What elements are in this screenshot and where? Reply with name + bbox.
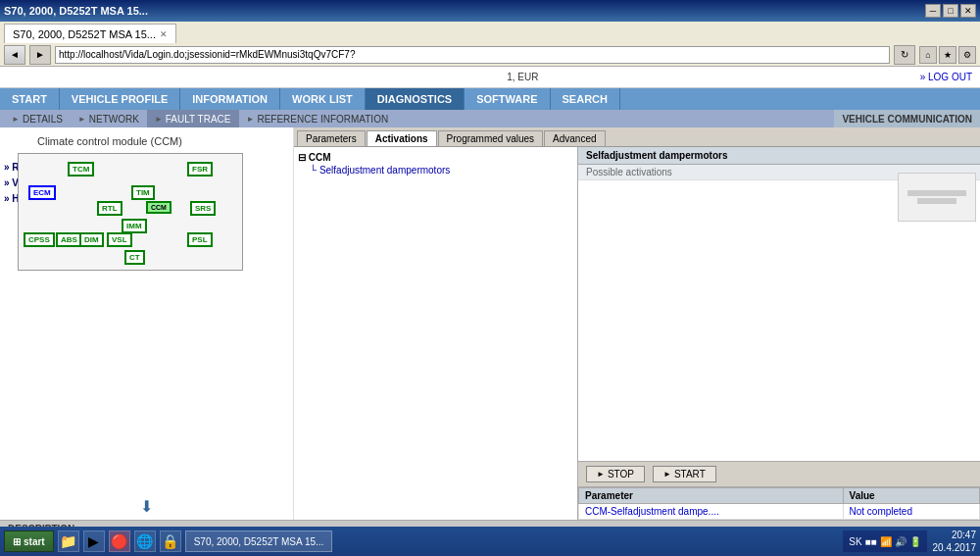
tab-programmed-values[interactable]: Programmed values [438, 130, 543, 146]
tree-child-selfadjustment: └ Selfadjustment dampermotors [298, 164, 573, 177]
scroll-down-icon[interactable]: ⬇ [140, 497, 153, 516]
footer-btn-stop[interactable]: ►STOP [586, 466, 645, 482]
tray-network: 📶 [880, 536, 892, 547]
sub-nav-label: DETAILS [23, 114, 63, 125]
taskbar-left: ⊞ start 📁 ▶ 🔴 🌐 🔒 S70, 2000, D5252T MSA … [4, 531, 332, 552]
module-box-psl[interactable]: PSL [187, 232, 213, 247]
footer-btn-start[interactable]: ►START [653, 466, 716, 482]
address-input[interactable] [55, 46, 890, 64]
tree-item-selfadjustment[interactable]: └ Selfadjustment dampermotors [310, 164, 573, 177]
tray-language: SK ■■ [849, 536, 876, 547]
diagram-area: Climate control module (CCM) TCMFSRECMTI… [0, 127, 294, 520]
main-navigation: STARTVEHICLE PROFILEINFORMATIONWORK LIST… [0, 88, 980, 110]
taskbar-icon-opera[interactable]: 🔴 [109, 531, 130, 552]
module-box-ecm[interactable]: ECM [28, 185, 56, 200]
module-box-fsr[interactable]: FSR [187, 162, 213, 177]
footer-btn-arrow-icon: ► [663, 470, 671, 479]
start-label: start [24, 536, 45, 547]
activation-footer: ►STOP►START Parameter Value CCM-Selfadju… [578, 461, 980, 520]
nav-item-diagnostics[interactable]: DIAGNOSTICS [366, 88, 464, 110]
sub-nav-arrow-icon: ► [247, 115, 255, 124]
maximize-button[interactable]: □ [943, 4, 958, 18]
nav-item-information[interactable]: INFORMATION [180, 88, 279, 110]
module-box-rtl[interactable]: RTL [97, 201, 122, 216]
detail-header: Selfadjustment dampermotors [578, 147, 980, 165]
detail-content [578, 180, 980, 461]
app-container: 1, EUR » LOG OUT » REPORT ERRORS » VEHIC… [0, 67, 980, 537]
taskbar-icon-browser[interactable]: 🌐 [134, 531, 156, 552]
module-box-vsl[interactable]: VSL [107, 232, 132, 247]
footer-buttons: ►STOP►START [578, 462, 980, 487]
browser-nav-icons: ⌂ ★ ⚙ [919, 46, 976, 64]
module-box-ct[interactable]: CT [124, 250, 145, 265]
nav-item-software[interactable]: SOFTWARE [465, 88, 549, 110]
browser-tab[interactable]: S70, 2000, D5252T MSA 15... ✕ [4, 24, 176, 43]
thumbnail-line-1 [907, 190, 966, 196]
taskbar-icon-folder[interactable]: 📁 [58, 531, 79, 552]
window-controls: ─ □ ✕ [925, 4, 976, 18]
taskbar-active-window[interactable]: S70, 2000, D5252T MSA 15... [185, 531, 333, 552]
tab-advanced[interactable]: Advanced [544, 130, 605, 146]
footer-btn-arrow-icon: ► [597, 470, 605, 479]
tab-close-icon[interactable]: ✕ [160, 29, 168, 39]
col-value: Value [843, 488, 979, 504]
clock-time: 20:47 [933, 529, 977, 541]
home-icon[interactable]: ⌂ [919, 46, 937, 64]
refresh-button[interactable]: ↻ [894, 45, 915, 65]
tools-icon[interactable]: ⚙ [958, 46, 976, 64]
module-box-tim[interactable]: TIM [131, 185, 155, 200]
thumbnail-area [898, 173, 976, 222]
sub-nav-item-reference-info[interactable]: ► REFERENCE INFORMATION [239, 110, 397, 127]
sub-nav-label: REFERENCE INFORMATION [257, 114, 388, 125]
nav-separator [619, 88, 620, 110]
nav-item-work-list[interactable]: WORK LIST [280, 88, 365, 110]
sub-nav-item-details[interactable]: ► DETAILS [4, 110, 71, 127]
results-table: Parameter Value CCM-Selfadjustment dampe… [578, 487, 980, 520]
taskbar-icon-lock[interactable]: 🔒 [160, 531, 181, 552]
bottom-pane: ⊟ CCM └ Selfadjustment dampermotors Self… [294, 147, 980, 520]
thumbnail-line-2 [917, 198, 956, 204]
logout-button[interactable]: » LOG OUT [920, 72, 972, 82]
browser-chrome: S70, 2000, D5252T MSA 15... ─ □ ✕ S70, 2… [0, 0, 980, 67]
clock-date: 20.4.2017 [933, 541, 977, 554]
nav-item-start[interactable]: START [0, 88, 59, 110]
start-button[interactable]: ⊞ start [4, 531, 54, 552]
tray-volume: 🔊 [895, 536, 906, 547]
diagram-title: Climate control module (CCM) [37, 135, 285, 147]
tab-bar: S70, 2000, D5252T MSA 15... ✕ [0, 22, 980, 43]
module-box-cpss[interactable]: CPSS [24, 232, 55, 247]
sub-nav-item-network[interactable]: ► NETWORK [71, 110, 147, 127]
nav-item-search[interactable]: SEARCH [551, 88, 619, 110]
back-button[interactable]: ◄ [4, 45, 25, 65]
module-box-srs[interactable]: SRS [190, 201, 216, 216]
cell-parameter: CCM-Selfadjustment dampe.... [579, 504, 844, 520]
cell-value: Not completed [843, 504, 979, 520]
content-area: Climate control module (CCM) TCMFSRECMTI… [0, 127, 980, 520]
module-box-ccm[interactable]: CCM [146, 201, 172, 214]
footer-btn-label: STOP [608, 469, 634, 480]
favorites-icon[interactable]: ★ [939, 46, 956, 64]
taskbar-right: SK ■■ 📶 🔊 🔋 20:47 20.4.2017 [843, 529, 976, 554]
module-box-imm[interactable]: IMM [122, 219, 147, 233]
tree-root-ccm[interactable]: ⊟ CCM [298, 151, 573, 164]
tree-item-label: Selfadjustment dampermotors [319, 165, 450, 176]
tab-activations[interactable]: Activations [367, 130, 437, 146]
close-button[interactable]: ✕ [960, 4, 976, 18]
module-box-tcm[interactable]: TCM [68, 162, 94, 177]
tab-parameters[interactable]: Parameters [297, 130, 366, 146]
vehicle-communication-label: VEHICLE COMMUNICATION [834, 110, 980, 127]
top-bar: 1, EUR » LOG OUT [0, 67, 980, 88]
sub-navigation: ► DETAILS► NETWORK► FAULT TRACE► REFEREN… [0, 110, 980, 127]
module-box-dim[interactable]: DIM [79, 232, 104, 247]
title-bar: S70, 2000, D5252T MSA 15... ─ □ ✕ [0, 0, 980, 22]
nav-item-vehicle-profile[interactable]: VEHICLE PROFILE [60, 88, 179, 110]
address-bar: ◄ ► ↻ ⌂ ★ ⚙ [0, 43, 980, 67]
col-parameter: Parameter [579, 488, 844, 504]
forward-button[interactable]: ► [29, 45, 51, 65]
taskbar-icon-media[interactable]: ▶ [83, 531, 105, 552]
footer-btn-label: START [674, 469, 706, 480]
sub-nav-item-fault-trace[interactable]: ► FAULT TRACE [147, 110, 239, 127]
minimize-button[interactable]: ─ [925, 4, 941, 18]
sub-nav-label: NETWORK [89, 114, 139, 125]
module-box-abs[interactable]: ABS [56, 232, 82, 247]
